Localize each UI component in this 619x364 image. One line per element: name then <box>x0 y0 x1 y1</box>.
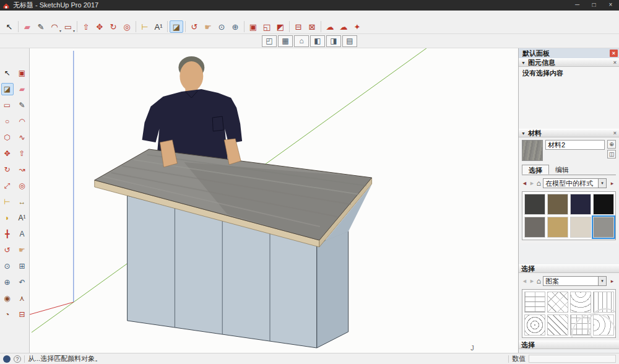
minimize-button[interactable]: ─ <box>569 0 586 11</box>
material-swatch-charcoal[interactable] <box>524 194 545 215</box>
tray-close-button[interactable]: × <box>610 50 618 57</box>
toolbar-button-select[interactable]: ↖ <box>2 20 16 33</box>
left-tool-text[interactable]: A¹ <box>16 212 28 224</box>
entity-info-header[interactable]: ▼ 图元信息 × <box>519 58 619 67</box>
forward-arrow-icon[interactable]: ► <box>529 278 535 284</box>
toolbar-button-zoom-extents[interactable]: ⊕ <box>228 20 242 33</box>
in-model-home-icon[interactable]: ⌂ <box>537 277 541 285</box>
toolbar-button-make-component[interactable]: ▣ <box>246 20 260 33</box>
create-material-button[interactable]: ⊕ <box>607 140 616 149</box>
toolbar-button-section-plane[interactable]: ⊟ <box>292 20 305 33</box>
material-swatch-tan[interactable] <box>547 217 568 238</box>
close-button[interactable]: × <box>602 0 619 11</box>
left-tool-zoom-extents[interactable]: ⊕ <box>1 276 14 288</box>
pattern-tile-dots[interactable] <box>524 314 545 336</box>
help-icon[interactable]: ? <box>14 355 21 363</box>
left-tool-walk[interactable]: ⋏ <box>16 292 28 305</box>
toolbar-button-line[interactable]: ✎ <box>34 20 48 33</box>
left-tool-eraser[interactable]: ▰ <box>16 83 28 95</box>
left-tool-zoom[interactable]: ⊙ <box>1 260 14 272</box>
view-button-front[interactable]: ⌂ <box>294 35 309 47</box>
left-tool-freehand[interactable]: ∿ <box>16 131 28 144</box>
toolbar-button-get-models[interactable]: ☁ <box>323 20 337 33</box>
material-swatch-beige[interactable] <box>570 217 591 238</box>
pattern-tile-flagstone[interactable] <box>547 292 568 313</box>
left-tool-paint-bucket[interactable]: ◪ <box>1 83 14 95</box>
view-button-left[interactable]: ▤ <box>342 35 357 47</box>
drawing-canvas[interactable]: J <box>30 48 518 353</box>
patterns-collection-dropdown[interactable]: 图案 ▾ <box>543 276 607 286</box>
pattern-tile-siding[interactable] <box>593 292 614 313</box>
measurements-input[interactable] <box>529 355 616 363</box>
materials-close-icon[interactable]: × <box>613 130 617 136</box>
toolbar-button-edit-component[interactable]: ◩ <box>274 20 287 33</box>
left-tool-orbit[interactable]: ↺ <box>1 244 14 256</box>
pattern-tile-diagonal[interactable] <box>547 314 568 336</box>
left-tool-move[interactable]: ✥ <box>1 147 14 160</box>
left-tool-follow-me[interactable]: ↝ <box>16 163 28 176</box>
toolbar-button-paint-bucket[interactable]: ◪ <box>170 20 183 33</box>
tab-edit[interactable]: 编辑 <box>549 165 575 175</box>
left-tool-tape-measure[interactable]: ⊢ <box>1 196 14 208</box>
maximize-button[interactable]: □ <box>586 0 602 11</box>
material-preview-thumbnail[interactable] <box>522 140 543 161</box>
details-arrow-icon[interactable]: ▸ <box>608 180 616 186</box>
left-tool-position-camera[interactable]: ◉ <box>1 292 14 305</box>
forward-arrow-icon[interactable]: ► <box>529 180 535 186</box>
material-swatch-dark-navy[interactable] <box>570 194 591 215</box>
material-swatch-gray-wood[interactable] <box>593 217 614 238</box>
materials-header[interactable]: ▼ 材料 × <box>519 129 619 137</box>
left-tool-pan[interactable]: ☛ <box>16 244 28 256</box>
left-tool-rectangle[interactable]: ▭ <box>1 99 14 111</box>
left-tool-push-pull[interactable]: ⇧ <box>16 147 28 160</box>
secondary-pane-button[interactable]: ◫ <box>607 150 616 158</box>
toolbar-button-section-display[interactable]: ⊠ <box>305 20 319 33</box>
left-tool-section-plane[interactable]: ⊟ <box>16 308 28 321</box>
bottom-select-header[interactable]: 选择 <box>519 340 619 349</box>
toolbar-button-make-group[interactable]: ◱ <box>260 20 274 33</box>
styles-select-header[interactable]: 选择 <box>519 264 619 273</box>
left-tool-polygon[interactable]: ⬡ <box>1 131 14 144</box>
toolbar-button-pan[interactable]: ☛ <box>201 20 215 33</box>
toolbar-button-text[interactable]: A¹ <box>152 20 165 33</box>
left-tool-line[interactable]: ✎ <box>16 99 28 111</box>
left-tool-protractor[interactable]: ◗ <box>1 212 14 224</box>
material-swatch-gray[interactable] <box>524 217 545 238</box>
left-tool-offset[interactable]: ◎ <box>16 180 28 192</box>
left-tool-circle[interactable]: ○ <box>1 115 14 128</box>
toolbar-button-tape-measure[interactable]: ⊢ <box>138 20 152 33</box>
in-model-home-icon[interactable]: ⌂ <box>537 179 541 188</box>
left-tool-make-component[interactable]: ▣ <box>16 67 28 79</box>
material-swatch-olive-brown[interactable] <box>547 194 568 215</box>
pattern-tile-grid[interactable] <box>570 314 591 336</box>
materials-collection-dropdown[interactable]: 在模型中的样式 ▾ <box>543 178 607 188</box>
left-tool-scale[interactable]: ⤢ <box>1 180 14 192</box>
toolbar-button-share-model[interactable]: ☁ <box>337 20 350 33</box>
toolbar-button-extension-warehouse[interactable]: ✦ <box>350 20 364 33</box>
material-name-input[interactable] <box>545 140 605 150</box>
left-tool-arc[interactable]: ◠ <box>16 115 28 128</box>
tab-select[interactable]: 选择 <box>522 165 549 175</box>
toolbar-button-orbit[interactable]: ↺ <box>188 20 201 33</box>
toolbar-button-eraser[interactable]: ▰ <box>20 20 34 33</box>
left-tool-dimension[interactable]: ↔ <box>16 196 28 208</box>
left-tool-rotate[interactable]: ↻ <box>1 163 14 176</box>
view-button-iso[interactable]: ◰ <box>262 35 277 47</box>
chevron-down-icon[interactable]: ▾ <box>598 179 606 188</box>
toolbar-button-arc[interactable]: ◠ ▾ <box>48 20 61 33</box>
back-arrow-icon[interactable]: ◄ <box>522 278 527 284</box>
toolbar-button-rotate[interactable]: ↻ <box>106 20 120 33</box>
left-tool-zoom-window[interactable]: ⊞ <box>16 260 28 272</box>
details-arrow-icon[interactable]: ▸ <box>608 278 616 284</box>
toolbar-button-offset[interactable]: ◎ <box>120 20 134 33</box>
left-tool-look-around[interactable]: ◔ <box>1 308 14 321</box>
pattern-tile-shingle[interactable] <box>570 292 591 313</box>
left-tool-select[interactable]: ↖ <box>1 67 14 79</box>
pattern-tile-brick[interactable] <box>524 292 545 313</box>
toolbar-button-move[interactable]: ✥ <box>93 20 106 33</box>
material-swatch-black[interactable] <box>593 194 614 215</box>
toolbar-button-push-pull[interactable]: ⇧ <box>79 20 93 33</box>
toolbar-button-zoom[interactable]: ⊙ <box>215 20 228 33</box>
toolbar-button-shapes[interactable]: ▭ ▾ <box>61 20 75 33</box>
left-tool-previous-view[interactable]: ↶ <box>16 276 28 288</box>
